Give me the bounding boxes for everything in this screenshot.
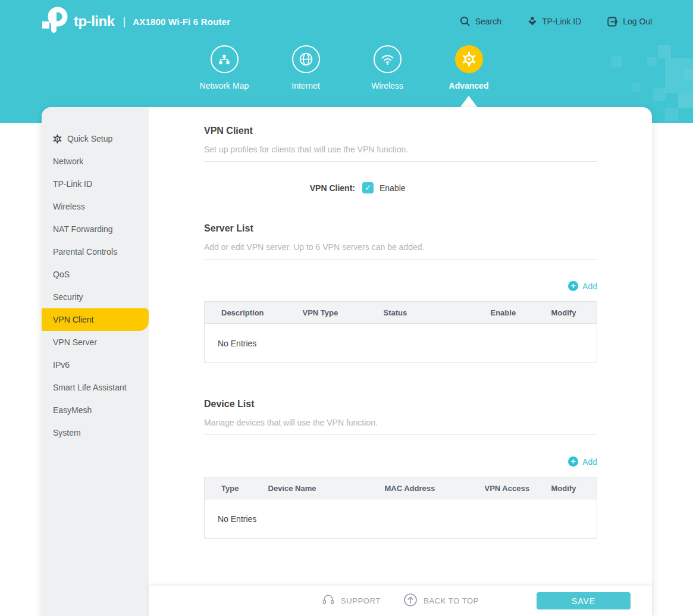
server-list-table: Description VPN Type Status Enable Modif… — [204, 301, 597, 363]
main-navigation: Network Map Internet Wireless — [0, 45, 693, 90]
sidebar-item-label: VPN Client — [53, 315, 93, 324]
search-button[interactable]: Search — [460, 16, 501, 27]
internet-globe-icon — [292, 45, 320, 73]
top-bar: tp-link | AX1800 Wi-Fi 6 Router Search T… — [0, 0, 693, 43]
vpn-client-field-label: VPN Client: — [204, 183, 355, 193]
sidebar-item-label: System — [53, 428, 81, 437]
nav-item-network-map[interactable]: Network Map — [194, 45, 255, 90]
sidebar-item-label: VPN Server — [53, 337, 97, 347]
enable-checkbox-label: Enable — [380, 183, 406, 193]
nav-label: Advanced — [449, 81, 489, 90]
footer-bar: SUPPORT BACK TO TOP SAVE — [149, 586, 652, 616]
sidebar-item-label: NAT Forwarding — [53, 224, 113, 234]
sidebar: Quick Setup Network TP-Link ID Wireless … — [42, 107, 149, 616]
support-button[interactable]: SUPPORT — [322, 593, 381, 608]
sidebar-item-tplink-id[interactable]: TP-Link ID — [42, 173, 149, 195]
tplink-logo-icon — [40, 7, 68, 36]
logout-button[interactable]: Log Out — [607, 17, 653, 27]
logout-icon — [607, 17, 618, 27]
sidebar-item-label: Network — [53, 157, 83, 166]
column-header: MAC Address — [368, 477, 468, 499]
column-header: Modify — [535, 302, 597, 324]
vpn-client-enable-checkbox[interactable]: ✓ — [362, 182, 374, 193]
sidebar-item-qos[interactable]: QoS — [42, 263, 149, 286]
tplink-id-button[interactable]: TP-Link ID — [528, 17, 581, 26]
add-label: Add — [582, 457, 597, 467]
sidebar-item-vpn-server[interactable]: VPN Server — [42, 331, 149, 354]
wifi-icon — [374, 45, 402, 73]
column-header: VPN Access — [468, 477, 535, 499]
add-label: Add — [582, 282, 597, 291]
device-table-header-row: Type Device Name MAC Address VPN Access … — [205, 477, 597, 499]
device-list-subtitle: Manage devices that will use the VPN fun… — [204, 418, 597, 435]
gear-icon — [455, 45, 483, 73]
sidebar-item-vpn-client[interactable]: VPN Client — [42, 308, 149, 331]
sidebar-item-ipv6[interactable]: IPv6 — [42, 354, 149, 376]
sidebar-item-label: Wireless — [53, 202, 85, 211]
sidebar-item-parental-controls[interactable]: Parental Controls — [42, 240, 149, 263]
nav-label: Internet — [291, 81, 319, 90]
column-header: VPN Type — [286, 302, 367, 324]
main-panel: Quick Setup Network TP-Link ID Wireless … — [42, 107, 652, 616]
nav-label: Network Map — [200, 81, 249, 90]
server-list-subtitle: Add or edit VPN server. Up to 6 VPN serv… — [204, 242, 597, 259]
column-header: Device Name — [252, 477, 368, 499]
gear-icon — [53, 135, 62, 143]
sidebar-item-label: Smart Life Assistant — [53, 383, 127, 392]
device-list-table: Type Device Name MAC Address VPN Access … — [204, 477, 597, 539]
plus-icon: + — [568, 456, 578, 467]
arrow-up-circle-icon — [403, 593, 418, 609]
sidebar-item-label: TP-Link ID — [53, 179, 92, 189]
back-to-top-button[interactable]: BACK TO TOP — [403, 593, 479, 609]
router-model-title: AX1800 Wi-Fi 6 Router — [133, 17, 230, 27]
vpn-client-title: VPN Client — [204, 126, 597, 136]
plus-icon: + — [568, 281, 578, 291]
sidebar-item-label: QoS — [53, 270, 70, 279]
brand-name: tp-link — [74, 13, 115, 30]
column-header: Enable — [474, 302, 535, 324]
nav-label: Wireless — [371, 81, 403, 90]
search-label: Search — [475, 17, 501, 26]
brand-separator: | — [123, 15, 126, 28]
sidebar-item-label: IPv6 — [53, 360, 70, 370]
network-map-icon — [211, 45, 239, 73]
sidebar-item-smart-life-assistant[interactable]: Smart Life Assistant — [42, 376, 149, 399]
sidebar-item-quick-setup[interactable]: Quick Setup — [42, 127, 149, 150]
sidebar-item-label: Quick Setup — [67, 134, 112, 143]
sidebar-item-network[interactable]: Network — [42, 150, 149, 173]
headset-icon — [322, 593, 335, 608]
column-header: Description — [205, 302, 286, 324]
server-add-button[interactable]: + Add — [204, 281, 597, 291]
device-list-title: Device List — [204, 399, 597, 409]
tplink-id-icon — [528, 17, 537, 26]
sidebar-item-security[interactable]: Security — [42, 286, 149, 308]
nav-item-advanced[interactable]: Advanced — [438, 45, 499, 90]
nav-item-internet[interactable]: Internet — [275, 45, 336, 90]
sidebar-item-label: EasyMesh — [53, 405, 92, 415]
active-tab-pointer — [459, 96, 478, 108]
sidebar-item-label: Parental Controls — [53, 247, 117, 257]
column-header: Status — [367, 302, 474, 324]
server-table-header-row: Description VPN Type Status Enable Modif… — [205, 302, 597, 324]
decor-square — [665, 108, 678, 121]
vpn-client-subtitle: Set up profiles for clients that will us… — [204, 145, 597, 162]
sidebar-item-nat-forwarding[interactable]: NAT Forwarding — [42, 218, 149, 240]
decor-square — [678, 93, 693, 108]
tplink-id-label: TP-Link ID — [542, 17, 581, 26]
sidebar-item-easymesh[interactable]: EasyMesh — [42, 399, 149, 421]
sidebar-item-wireless[interactable]: Wireless — [42, 195, 149, 218]
device-add-button[interactable]: + Add — [204, 456, 597, 467]
server-list-title: Server List — [204, 223, 597, 234]
table-row: No Entries — [205, 324, 597, 363]
sidebar-item-system[interactable]: System — [42, 421, 149, 444]
save-button[interactable]: SAVE — [537, 592, 631, 609]
nav-item-wireless[interactable]: Wireless — [357, 45, 418, 90]
back-to-top-label: BACK TO TOP — [424, 596, 479, 605]
server-list-empty-text: No Entries — [205, 324, 597, 363]
column-header: Type — [205, 477, 252, 499]
brand: tp-link | AX1800 Wi-Fi 6 Router — [40, 7, 230, 36]
sidebar-item-label: Security — [53, 292, 83, 302]
device-list-empty-text: No Entries — [205, 499, 597, 539]
vpn-client-enable-row: VPN Client: ✓ Enable — [204, 182, 597, 193]
logout-label: Log Out — [623, 17, 653, 26]
